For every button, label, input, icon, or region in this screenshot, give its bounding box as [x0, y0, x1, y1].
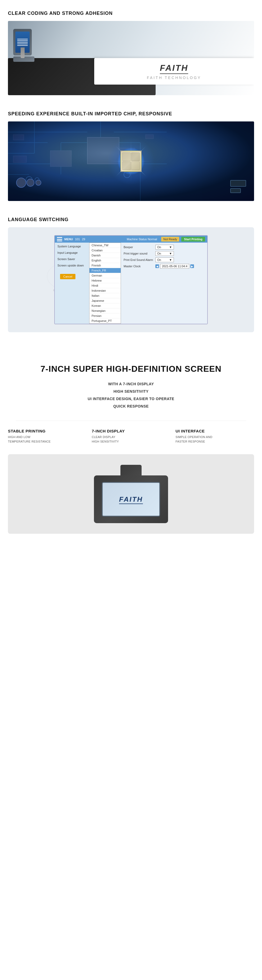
spacer-1: [0, 337, 262, 348]
faith-logo: FAITH: [160, 63, 188, 73]
feature-text-0: WITH A 7-INCH DISPLAY: [8, 380, 254, 388]
section1-title: CLEAR CODING AND STRONG ADHESION: [8, 11, 254, 16]
label-line-3: [17, 42, 28, 43]
status-normal: Machine Status Normal: [125, 237, 159, 242]
section-clear-coding: CLEAR CODING AND STRONG ADHESION FAITH: [0, 0, 262, 100]
coding-device: [13, 29, 40, 71]
svg-point-22: [16, 178, 26, 188]
lang-italian[interactable]: Italian: [90, 293, 121, 298]
cancel-button[interactable]: Cancel: [60, 274, 76, 279]
clock-prev-arrow[interactable]: ◀: [155, 264, 159, 268]
svg-point-23: [27, 179, 34, 186]
lang-norwegian[interactable]: Norwegian: [90, 309, 121, 313]
section3-title: LANGUAGE SWITCHING: [8, 217, 254, 223]
lang-hindi[interactable]: Hindi: [90, 283, 121, 288]
chip-quad-2: [131, 153, 140, 161]
lang-chinese-tw[interactable]: Chinese_TW: [90, 243, 121, 248]
lang-korean[interactable]: Korean: [90, 303, 121, 309]
svg-rect-14: [13, 156, 27, 162]
lang-croatian[interactable]: Croatian: [90, 248, 121, 253]
lang-hebrew[interactable]: Hebrew: [90, 278, 121, 283]
label-line-5: [17, 45, 28, 46]
faith-underline: [160, 73, 188, 74]
lang-japanese[interactable]: Japanese: [90, 298, 121, 303]
chip-container: [104, 135, 158, 188]
lang-danish[interactable]: Danish: [90, 253, 121, 258]
chip-wire-right: [141, 154, 141, 169]
print-end-value: On: [157, 258, 161, 261]
ui-left-panel: System Language Input Language Screen Sa…: [55, 243, 89, 324]
feature-ui-interface: UI INTERFACE SIMPLE OPERATION ANDFASTER …: [175, 426, 254, 446]
printer-body: FAITH: [94, 476, 168, 523]
print-trigger-row: Print trigger sound On ▼: [123, 251, 205, 256]
beeper-value: On: [157, 245, 161, 249]
section-screen: 7-INCH SUPER HIGH-DEFINITION SCREEN WITH…: [0, 348, 262, 542]
lang-persian[interactable]: Persian: [90, 313, 121, 318]
menu-label: MENU: [64, 237, 73, 241]
language-dropdown[interactable]: Chinese_TW Croatian Danish English Finni…: [89, 243, 121, 324]
lang-english[interactable]: English: [90, 258, 121, 263]
feature-desc-2: SIMPLE OPERATION ANDFASTER RESPONSE: [175, 435, 254, 444]
start-printing[interactable]: Start Printing: [181, 237, 205, 242]
master-clock-row: Master Clock ◀ 2021-05-06 11:04:4 ▶: [123, 264, 205, 269]
print-end-label: Print End Sound Alarm: [123, 258, 155, 261]
section-speeding: SPEEDING EXPERIENCE BUILT-IN IMPORTED CH…: [0, 100, 262, 206]
chip-quad-3: [122, 161, 131, 170]
chip-hero-image: [8, 121, 254, 201]
feature-title-1: 7-INCH DISPLAY: [92, 429, 170, 433]
printer-device: FAITH: [94, 465, 168, 523]
chip-wire-top: [124, 151, 138, 151]
input-language-label: Input Language: [57, 251, 87, 254]
chip-die: [120, 151, 142, 172]
features-grid: STABLE PRINTING HIGH AND LOWTEMPERATURE …: [8, 426, 254, 446]
chip-pattern: [122, 153, 140, 170]
print-trigger-select[interactable]: On ▼: [155, 251, 174, 256]
lang-german[interactable]: German: [90, 273, 121, 278]
menu-icon: [57, 237, 62, 241]
screen-saver-label: Screen Saver: [57, 258, 87, 261]
feature-text-3: QUICK RESPONSE: [8, 402, 254, 410]
features-divider: [16, 420, 246, 421]
svg-rect-13: [13, 135, 24, 140]
capacitors: [16, 176, 43, 190]
faith-logo-text: FAITH: [160, 63, 188, 73]
menu-line-3: [57, 240, 62, 241]
board-component-2: [230, 188, 241, 193]
feature-desc-1: CLEAR DISPLAYHIGH SENSITIVITY: [92, 435, 170, 444]
counter2: 29: [82, 237, 85, 241]
ui-screenshot: MENU 101 29 Machine Status Normal Not Re…: [54, 235, 208, 324]
not-ready: Not Ready: [161, 237, 179, 242]
print-end-row: Print End Sound Alarm On ▼: [123, 258, 205, 262]
chip-quad-1: [122, 153, 131, 161]
lang-indonesian[interactable]: Indonesian: [90, 288, 121, 293]
faith-logo-screen: FAITH: [119, 495, 143, 504]
faith-screen-logo: FAITH: [119, 495, 143, 503]
lang-portuguese-pt[interactable]: Portuguese_PT: [90, 318, 121, 323]
device-nozzle: [21, 48, 25, 58]
lang-finnish[interactable]: Finnish: [90, 263, 121, 268]
print-trigger-label: Print trigger sound: [123, 252, 155, 255]
cancel-container: Cancel: [57, 272, 87, 281]
printer-screen-display: FAITH: [102, 482, 160, 517]
clock-value: 2021-05-06 11:04:4: [160, 264, 189, 269]
lang-french-fr[interactable]: French_FR: [90, 268, 121, 273]
print-trigger-value: On: [157, 252, 161, 255]
svg-rect-17: [50, 151, 71, 167]
system-language-label: System Language: [57, 245, 87, 248]
beeper-label: Beeper: [123, 245, 155, 249]
faith-logo-wrapper: FAITH: [119, 495, 143, 504]
menu-line-2: [57, 239, 62, 240]
feature-text-2: UI INTERFACE DESIGN, EASIER TO OPERATE: [8, 395, 254, 402]
clock-next-arrow[interactable]: ▶: [190, 264, 194, 268]
chip-wire-bottom: [124, 171, 138, 172]
counter1: 101: [75, 237, 80, 241]
section2-title: SPEEDING EXPERIENCE BUILT-IN IMPORTED CH…: [8, 111, 254, 117]
beeper-arrow: ▼: [169, 245, 172, 249]
label-line-1: [17, 39, 28, 40]
beeper-select[interactable]: On ▼: [155, 245, 174, 250]
faith-logo-container: FAITH FAITH TECHNOLOGY: [147, 63, 201, 80]
chip-quad-4: [131, 161, 140, 170]
chip-wire-left: [121, 154, 121, 169]
print-end-select[interactable]: On ▼: [155, 258, 174, 262]
screen-upside-label: Screen upside down: [57, 264, 87, 267]
